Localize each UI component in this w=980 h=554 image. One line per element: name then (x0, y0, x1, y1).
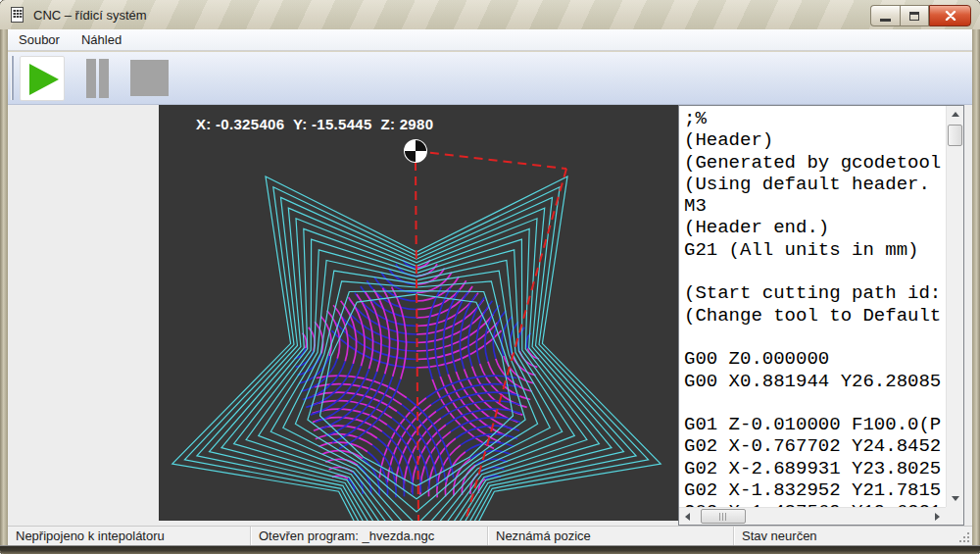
horizontal-scrollbar[interactable] (679, 507, 946, 525)
main-content: X: -0.325406 Y: -15.5445 Z: 2980 ;% (Hea… (8, 105, 972, 526)
close-icon (945, 11, 956, 21)
vertical-scrollbar[interactable] (946, 106, 963, 507)
arrow-up-icon (952, 112, 959, 117)
window-frame-left (0, 29, 8, 545)
arrow-right-icon (935, 513, 940, 521)
minimize-button[interactable] (870, 5, 900, 26)
menubar: Soubor Náhled (8, 29, 972, 51)
titlebar[interactable]: CNC – řídicí systém (0, 0, 980, 29)
stop-button[interactable] (130, 60, 169, 96)
horizontal-scroll-thumb[interactable] (701, 509, 746, 524)
left-panel (8, 105, 159, 526)
scroll-right-button[interactable] (929, 508, 946, 525)
scroll-left-button[interactable] (679, 508, 696, 525)
status-program: Otevřen program: _hvezda.ngc (250, 527, 487, 545)
play-icon (29, 64, 59, 95)
maximize-icon (909, 12, 919, 21)
toolpath-drawing (159, 105, 678, 521)
arrow-down-icon (952, 496, 959, 501)
play-button[interactable] (20, 56, 65, 101)
window-frame-bottom (0, 545, 980, 554)
pause-icon (86, 59, 96, 98)
toolpath-viewport[interactable]: X: -0.325406 Y: -15.5445 Z: 2980 (159, 105, 678, 521)
gcode-text: ;% (Header) (Generated by gcodetool (Usi… (679, 106, 946, 507)
vertical-scroll-thumb[interactable] (948, 125, 962, 146)
resize-grip[interactable] (957, 530, 970, 543)
menu-item-soubor[interactable]: Soubor (8, 30, 71, 49)
pause-button[interactable] (86, 59, 114, 98)
thumb-grip-icon (719, 513, 728, 521)
app-icon[interactable] (10, 7, 25, 23)
status-state: Stav neurčen (733, 527, 972, 545)
close-button[interactable] (929, 5, 971, 26)
statusbar: Nepřipojeno k intepolátoru Otevřen progr… (8, 526, 972, 545)
position-readout: X: -0.325406 Y: -15.5445 Z: 2980 (196, 116, 433, 132)
minimize-icon (880, 19, 891, 22)
scrollbar-corner (946, 507, 963, 525)
window-controls (870, 5, 971, 26)
titlebar-texture (0, 0, 980, 29)
status-position: Neznámá pozice (487, 527, 733, 545)
pause-icon (99, 59, 109, 98)
application-window: CNC – řídicí systém Soubor Náhled (0, 0, 980, 554)
status-connection: Nepřipojeno k intepolátoru (8, 527, 250, 545)
scroll-up-button[interactable] (947, 106, 963, 123)
toolbar (8, 52, 972, 105)
window-title: CNC – řídicí systém (33, 8, 147, 23)
gcode-panel: ;% (Header) (Generated by gcodetool (Usi… (678, 105, 972, 526)
window-frame-right (972, 29, 980, 545)
arrow-left-icon (685, 513, 690, 521)
gcode-editor[interactable]: ;% (Header) (Generated by gcodetool (Usi… (678, 105, 964, 526)
scroll-down-button[interactable] (947, 490, 963, 507)
menu-item-nahled[interactable]: Náhled (71, 30, 132, 49)
maximize-button[interactable] (900, 5, 929, 26)
toolbar-grip-handle[interactable] (11, 56, 14, 100)
